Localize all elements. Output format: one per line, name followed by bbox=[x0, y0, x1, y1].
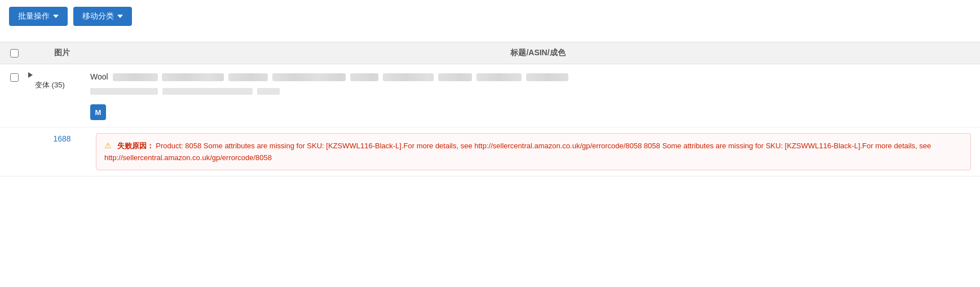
batch-operations-button[interactable]: 批量操作 bbox=[9, 7, 68, 26]
expand-arrow-icon[interactable] bbox=[28, 72, 33, 78]
product-title-blur2 bbox=[162, 73, 224, 81]
row-checkbox-col bbox=[0, 64, 28, 82]
move-chevron-icon bbox=[117, 15, 123, 18]
select-all-checkbox[interactable] bbox=[10, 49, 19, 58]
product-table: 图片 标题/ASIN/成色 变体 (35) Wool bbox=[0, 42, 980, 176]
product-title-blur8 bbox=[476, 73, 522, 81]
error-row: 1688 ⚠ 失败原因： Product: 8058 Some attribut… bbox=[0, 127, 980, 176]
error-message-text: Product: 8058 Some attributes are missin… bbox=[104, 142, 931, 162]
move-category-label: 移动分类 bbox=[82, 11, 114, 21]
product-title: Wool bbox=[90, 71, 971, 83]
batch-operations-label: 批量操作 bbox=[18, 11, 50, 21]
source-link[interactable]: 1688 bbox=[53, 134, 70, 143]
product-title-blur1 bbox=[113, 73, 158, 81]
product-title-blur3 bbox=[228, 73, 268, 81]
product-subtitle-line bbox=[90, 86, 971, 95]
m-badge-container: M bbox=[90, 100, 971, 120]
product-title-blur4 bbox=[272, 73, 346, 81]
subtitle-blur1 bbox=[90, 88, 158, 95]
subtitle-blur3 bbox=[257, 88, 280, 95]
error-box: ⚠ 失败原因： Product: 8058 Some attributes ar… bbox=[96, 133, 971, 170]
m-badge: M bbox=[90, 104, 106, 120]
row-checkbox[interactable] bbox=[10, 73, 19, 82]
move-category-button[interactable]: 移动分类 bbox=[73, 7, 132, 26]
toolbar: 批量操作 移动分类 bbox=[0, 0, 980, 33]
table-header: 图片 标题/ASIN/成色 bbox=[0, 42, 980, 64]
variant-label: 变体 (35) bbox=[35, 72, 65, 90]
error-prefix-label: 失败原因： bbox=[117, 142, 154, 150]
product-title-blur6 bbox=[383, 73, 434, 81]
table-row: 变体 (35) Wool M bbox=[0, 64, 980, 127]
header-check-col bbox=[0, 49, 28, 58]
product-title-blur9 bbox=[526, 73, 568, 81]
product-content: Wool M bbox=[90, 64, 980, 127]
product-title-prefix: Wool bbox=[90, 72, 108, 81]
header-title-col: 标题/ASIN/成色 bbox=[96, 48, 980, 58]
variant-cell: 变体 (35) bbox=[28, 64, 90, 90]
product-title-blur5 bbox=[350, 73, 378, 81]
error-content: ⚠ 失败原因： Product: 8058 Some attributes ar… bbox=[96, 127, 980, 176]
header-image-col: 图片 bbox=[28, 48, 96, 58]
subtitle-blur2 bbox=[162, 88, 253, 95]
warning-triangle-icon: ⚠ bbox=[104, 141, 112, 150]
error-image-col: 1688 bbox=[28, 127, 96, 150]
batch-chevron-icon bbox=[53, 15, 59, 18]
product-title-blur7 bbox=[438, 73, 472, 81]
